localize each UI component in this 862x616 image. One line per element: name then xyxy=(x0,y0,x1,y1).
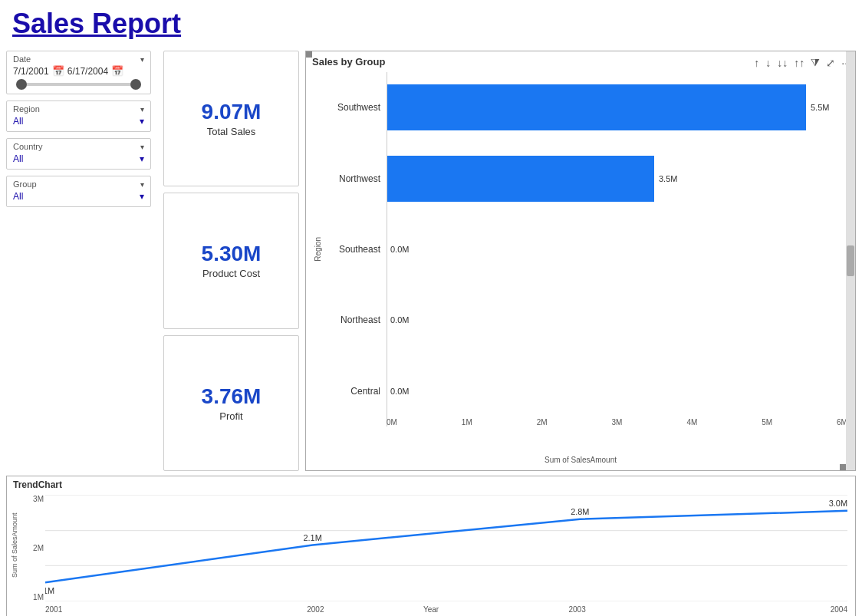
bar-chart-inner: Southwest5.5MNorthwest3.5MSoutheast0.0MN… xyxy=(325,72,847,427)
date-filter: Date ▾ 7/1/2001 📅 6/17/2004 📅 xyxy=(6,51,151,94)
trend-chart-title: TrendChart xyxy=(7,476,855,493)
calendar-end-icon[interactable]: 📅 xyxy=(111,65,123,77)
group-label: Group xyxy=(13,180,37,189)
trend-x-axis: 2001 2002 2003 2004 xyxy=(45,605,847,614)
bar-category-label: Northeast xyxy=(325,315,387,325)
region-value-row[interactable]: All ▾ xyxy=(13,116,144,127)
chart-toolbar: ↑ ↓ ↓↓ ↑↑ ⧩ ⤢ ··· xyxy=(754,56,850,69)
group-value: All xyxy=(13,191,23,202)
country-chevron-icon[interactable]: ▾ xyxy=(140,143,144,151)
resize-handle-bottom-right[interactable] xyxy=(840,464,846,470)
group-filter: Group ▾ All ▾ xyxy=(6,176,151,207)
group-filter-label: Group ▾ xyxy=(13,180,144,189)
profit-value: 3.76M xyxy=(202,384,262,409)
bar-category-label: Northwest xyxy=(325,173,387,184)
kpi-column: 9.07M Total Sales 5.30M Product Cost 3.7… xyxy=(157,46,299,476)
region-chevron-icon[interactable]: ▾ xyxy=(140,105,144,114)
bar-row: Northeast0.0M xyxy=(325,285,847,355)
bar-track: 0.0M xyxy=(387,214,847,285)
region-dropdown-chevron-icon[interactable]: ▾ xyxy=(140,116,144,127)
region-value: All xyxy=(13,116,23,127)
region-filter: Region ▾ All ▾ xyxy=(6,100,151,132)
trend-chart-svg: 1.1M 2.1M 2.8M 3.0M xyxy=(45,495,847,601)
bar-category-label: Southwest xyxy=(325,102,387,113)
main-layout: Date ▾ 7/1/2001 📅 6/17/2004 📅 Region ▾ xyxy=(0,46,862,476)
trend-x-2003: 2003 xyxy=(569,605,586,614)
bar-value-label: 0.0M xyxy=(390,315,409,324)
date-slider-fill xyxy=(16,83,141,86)
scroll-thumb xyxy=(847,245,854,276)
trend-x-2001: 2001 xyxy=(45,605,62,614)
region-filter-label: Region ▾ xyxy=(13,104,144,114)
bar-track: 0.0M xyxy=(387,356,847,427)
filter-icon[interactable]: ⧩ xyxy=(811,56,820,69)
page-title: Sales Report xyxy=(0,0,862,46)
date-label: Date xyxy=(13,54,31,64)
date-slider-track[interactable] xyxy=(16,83,141,86)
bar-chart-y-axis-label: Region xyxy=(314,237,322,262)
trend-x-2004: 2004 xyxy=(831,605,847,614)
bar-track: 3.5M xyxy=(387,143,847,213)
bar-row: Southeast0.0M xyxy=(325,214,847,285)
country-dropdown-chevron-icon[interactable]: ▾ xyxy=(140,153,144,164)
trend-y-3m: 3M xyxy=(13,495,44,503)
product-cost-label: Product Cost xyxy=(202,268,260,279)
group-value-row[interactable]: All ▾ xyxy=(13,191,144,202)
trend-chart-section: TrendChart 1.1M 2.1M 2.8M 3.0M 3M 2M 1M … xyxy=(6,476,856,616)
bar-fill[interactable] xyxy=(387,156,654,202)
trend-x-axis-title: Year xyxy=(423,605,439,614)
group-chevron-icon[interactable]: ▾ xyxy=(140,180,144,189)
sort-asc2-icon[interactable]: ↑↑ xyxy=(794,57,804,69)
trend-y-axis-title: Sum of SalesAmount xyxy=(11,516,18,578)
trend-y-1m: 1M xyxy=(13,593,44,601)
product-cost-card: 5.30M Product Cost xyxy=(163,193,299,328)
bar-fill[interactable] xyxy=(387,84,806,130)
bar-row: Southwest5.5M xyxy=(325,72,847,143)
date-chevron-icon[interactable]: ▾ xyxy=(140,55,144,64)
trend-label-2002: 2.1M xyxy=(304,533,322,542)
profit-card: 3.76M Profit xyxy=(163,335,299,471)
date-filter-label: Date ▾ xyxy=(13,54,144,64)
total-sales-card: 9.07M Total Sales xyxy=(163,51,299,186)
total-sales-label: Total Sales xyxy=(207,126,256,137)
country-label: Country xyxy=(13,142,43,151)
country-filter-label: Country ▾ xyxy=(13,142,144,151)
trend-x-2002: 2002 xyxy=(307,605,324,614)
bar-category-label: Southeast xyxy=(325,244,387,255)
region-label: Region xyxy=(13,104,40,114)
product-cost-value: 5.30M xyxy=(202,242,262,266)
sort-asc-icon[interactable]: ↑ xyxy=(754,57,759,69)
bar-chart-area: Sales by Group ↑ ↓ ↓↓ ↑↑ ⧩ ⤢ ··· Region … xyxy=(305,51,856,471)
calendar-start-icon[interactable]: 📅 xyxy=(52,65,64,77)
bar-track: 5.5M xyxy=(387,72,847,143)
filters-panel: Date ▾ 7/1/2001 📅 6/17/2004 📅 Region ▾ xyxy=(0,46,157,476)
date-start[interactable]: 7/1/2001 xyxy=(13,66,49,77)
bar-row: Central0.0M xyxy=(325,356,847,427)
bar-row: Northwest3.5M xyxy=(325,143,847,213)
trend-label-2001: 1.1M xyxy=(45,586,54,595)
bar-value-label: 3.5M xyxy=(659,174,677,183)
country-filter: Country ▾ All ▾ xyxy=(6,138,151,170)
total-sales-value: 9.07M xyxy=(202,100,262,124)
sort-desc-icon[interactable]: ↓ xyxy=(765,57,771,69)
trend-label-2003: 2.8M xyxy=(571,507,589,516)
expand-icon[interactable]: ⤢ xyxy=(826,57,835,69)
date-end[interactable]: 6/17/2004 xyxy=(67,66,108,77)
bar-chart-x-axis-title: Sum of SalesAmount xyxy=(545,456,617,464)
bar-value-label: 5.5M xyxy=(811,103,829,112)
date-slider-left-handle[interactable] xyxy=(16,79,27,90)
bar-chart-container: Region Southwest5.5MNorthwest3.5MSouthea… xyxy=(306,69,855,450)
country-value: All xyxy=(13,153,23,164)
sort-desc2-icon[interactable]: ↓↓ xyxy=(777,57,788,69)
group-dropdown-chevron-icon[interactable]: ▾ xyxy=(140,191,144,202)
date-slider-right-handle[interactable] xyxy=(130,79,141,90)
bar-track: 0.0M xyxy=(387,285,847,355)
bar-value-label: 0.0M xyxy=(390,245,409,254)
bar-category-label: Central xyxy=(325,386,387,397)
date-range-row: 7/1/2001 📅 6/17/2004 📅 xyxy=(13,65,144,77)
profit-label: Profit xyxy=(219,410,242,422)
resize-handle-top-left[interactable] xyxy=(306,51,312,58)
trend-label-2004: 3.0M xyxy=(829,499,847,508)
country-value-row[interactable]: All ▾ xyxy=(13,153,144,164)
scroll-handle[interactable] xyxy=(846,51,855,470)
